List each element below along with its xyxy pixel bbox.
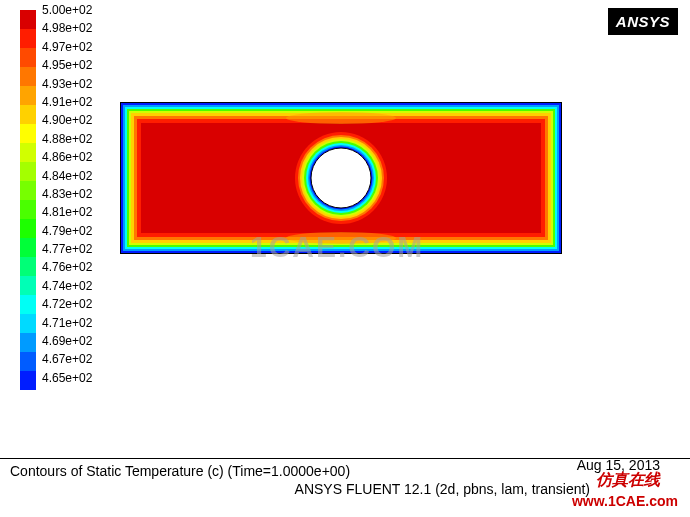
colorbar-segment [20, 143, 36, 162]
colorbar-segment [20, 86, 36, 105]
legend-tick: 4.84e+02 [42, 170, 92, 182]
legend-tick: 4.88e+02 [42, 133, 92, 145]
contour-svg [121, 103, 561, 253]
legend-tick: 4.93e+02 [42, 78, 92, 90]
colorbar-segment [20, 162, 36, 181]
legend-tick: 4.67e+02 [42, 353, 92, 365]
colorbar-segment [20, 200, 36, 219]
colorbar-segment [20, 181, 36, 200]
legend-tick: 4.83e+02 [42, 188, 92, 200]
colorbar-segment [20, 352, 36, 371]
plot-title: Contours of Static Temperature (c) (Time… [10, 463, 680, 479]
colorbar-segment [20, 219, 36, 238]
colorbar-segment [20, 257, 36, 276]
colorbar-segment [20, 29, 36, 48]
legend-tick: 5.00e+02 [42, 4, 92, 16]
legend-tick: 4.69e+02 [42, 335, 92, 347]
colorbar-segment [20, 124, 36, 143]
colorbar-segment [20, 314, 36, 333]
footer-divider [0, 458, 690, 459]
colorbar-segment [20, 333, 36, 352]
legend-tick: 4.90e+02 [42, 114, 92, 126]
legend-tick: 4.95e+02 [42, 59, 92, 71]
url-watermark: www.1CAE.com [572, 493, 678, 509]
contour-plot [120, 102, 562, 254]
legend-tick: 4.77e+02 [42, 243, 92, 255]
legend-tick: 4.74e+02 [42, 280, 92, 292]
legend-tick: 4.76e+02 [42, 261, 92, 273]
legend-tick-list: 5.00e+024.98e+024.97e+024.95e+024.93e+02… [42, 4, 92, 384]
legend-tick: 4.91e+02 [42, 96, 92, 108]
colorbar-segment [20, 238, 36, 257]
legend-tick: 4.81e+02 [42, 206, 92, 218]
colorbar-segment [20, 371, 36, 390]
colorbar-segment [20, 67, 36, 86]
colorbar-segment [20, 295, 36, 314]
svg-point-19 [286, 232, 396, 244]
svg-point-18 [286, 112, 396, 124]
legend-tick: 4.71e+02 [42, 317, 92, 329]
legend-tick: 4.86e+02 [42, 151, 92, 163]
colorbar [20, 10, 36, 390]
legend-tick: 4.65e+02 [42, 372, 92, 384]
legend-tick: 4.79e+02 [42, 225, 92, 237]
footer-caption: Contours of Static Temperature (c) (Time… [10, 458, 680, 497]
colorbar-segment [20, 48, 36, 67]
colorbar-segment [20, 276, 36, 295]
svg-point-17 [311, 148, 371, 208]
colorbar-segment [20, 105, 36, 124]
brand-logo: ANSYS [608, 8, 678, 35]
legend-tick: 4.97e+02 [42, 41, 92, 53]
colorbar-segment [20, 10, 36, 29]
legend-tick: 4.98e+02 [42, 22, 92, 34]
color-legend: 5.00e+024.98e+024.97e+024.95e+024.93e+02… [20, 10, 92, 390]
legend-tick: 4.72e+02 [42, 298, 92, 310]
